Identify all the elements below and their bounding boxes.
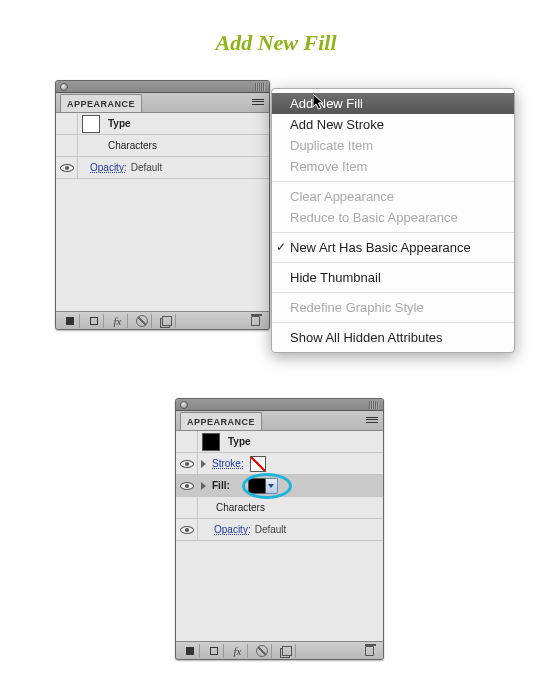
duplicate-icon <box>282 646 292 656</box>
row-characters[interactable]: Characters <box>56 135 269 157</box>
stroke-swatch-none[interactable] <box>250 456 266 472</box>
chevron-right-icon <box>201 460 206 468</box>
clear-icon <box>136 315 148 327</box>
chevron-down-icon <box>268 484 274 488</box>
new-fill-button[interactable] <box>84 314 104 328</box>
row-characters[interactable]: Characters <box>176 497 383 519</box>
panel-tab-bar: APPEARANCE <box>176 411 383 431</box>
visibility-column <box>176 431 198 452</box>
duplicate-item-button[interactable] <box>276 644 296 658</box>
panel-menu-button[interactable] <box>251 96 265 108</box>
row-type[interactable]: Type <box>56 113 269 135</box>
panel-menu-button[interactable] <box>365 414 379 426</box>
row-fill[interactable]: Fill: <box>176 475 383 497</box>
menu-item-hide-thumbnail[interactable]: Hide Thumbnail <box>272 267 514 288</box>
clear-appearance-button[interactable] <box>252 644 272 658</box>
delete-item-button[interactable] <box>245 314 265 328</box>
appearance-panel-before: APPEARANCE Type Characters Opacity: Defa… <box>55 80 270 330</box>
panel-tab-bar: APPEARANCE <box>56 93 269 113</box>
collapse-grip-icon[interactable] <box>255 83 265 91</box>
eye-icon <box>60 164 74 172</box>
menu-item-show-all-hidden-attributes[interactable]: Show All Hidden Attributes <box>272 327 514 348</box>
visibility-toggle[interactable] <box>176 453 198 474</box>
menu-separator <box>272 232 514 233</box>
type-label: Type <box>104 118 131 129</box>
opacity-value: Default <box>127 162 163 173</box>
panel-flyout-menu[interactable]: Add New FillAdd New StrokeDuplicate Item… <box>271 88 515 353</box>
characters-label: Characters <box>212 502 265 513</box>
menu-item-redefine-graphic-style: Redefine Graphic Style <box>272 297 514 318</box>
eye-icon <box>180 482 194 490</box>
panel-footer: fx <box>176 641 383 659</box>
visibility-column <box>56 135 78 156</box>
opacity-link[interactable]: Opacity: <box>86 162 127 173</box>
tab-appearance[interactable]: APPEARANCE <box>60 94 142 112</box>
square-empty-icon <box>210 647 218 655</box>
opacity-link[interactable]: Opacity: <box>210 524 251 535</box>
fill-label: Fill: <box>208 480 230 491</box>
row-type[interactable]: Type <box>176 431 383 453</box>
fx-icon: fx <box>234 645 242 657</box>
collapse-grip-icon[interactable] <box>369 401 379 409</box>
menu-item-remove-item: Remove Item <box>272 156 514 177</box>
panel-footer: fx <box>56 311 269 329</box>
page-title: Add New Fill <box>0 0 552 74</box>
duplicate-icon <box>162 316 172 326</box>
row-opacity[interactable]: Opacity: Default <box>56 157 269 179</box>
row-stroke[interactable]: Stroke: <box>176 453 383 475</box>
panel-titlebar[interactable] <box>176 399 383 411</box>
characters-label: Characters <box>104 140 157 151</box>
duplicate-item-button[interactable] <box>156 314 176 328</box>
visibility-toggle[interactable] <box>176 475 198 496</box>
menu-separator <box>272 262 514 263</box>
trash-icon <box>365 646 374 656</box>
close-icon[interactable] <box>180 401 188 409</box>
type-label: Type <box>224 436 251 447</box>
new-stroke-button[interactable] <box>180 644 200 658</box>
disclosure-toggle[interactable] <box>198 460 208 468</box>
clear-appearance-button[interactable] <box>132 314 152 328</box>
type-thumbnail-swatch <box>202 433 220 451</box>
menu-item-add-new-stroke[interactable]: Add New Stroke <box>272 114 514 135</box>
menu-separator <box>272 322 514 323</box>
menu-separator <box>272 292 514 293</box>
panel-titlebar[interactable] <box>56 81 269 93</box>
opacity-value: Default <box>251 524 287 535</box>
type-thumbnail-swatch <box>82 115 100 133</box>
menu-item-new-art-has-basic-appearance[interactable]: New Art Has Basic Appearance <box>272 237 514 258</box>
chevron-right-icon <box>201 482 206 490</box>
stroke-link[interactable]: Stroke: <box>208 458 244 469</box>
menu-separator <box>272 181 514 182</box>
panel-body: Type Characters Opacity: Default <box>56 113 269 311</box>
new-stroke-button[interactable] <box>60 314 80 328</box>
visibility-column <box>56 113 78 134</box>
delete-item-button[interactable] <box>359 644 379 658</box>
menu-item-add-new-fill[interactable]: Add New Fill <box>272 93 514 114</box>
new-fill-button[interactable] <box>204 644 224 658</box>
square-empty-icon <box>90 317 98 325</box>
tab-appearance[interactable]: APPEARANCE <box>180 412 262 430</box>
fill-color-dropdown[interactable] <box>266 478 278 494</box>
row-opacity[interactable]: Opacity: Default <box>176 519 383 541</box>
square-filled-icon <box>66 317 74 325</box>
eye-icon <box>180 460 194 468</box>
close-icon[interactable] <box>60 83 68 91</box>
square-filled-icon <box>186 647 194 655</box>
appearance-panel-after: APPEARANCE Type Stroke: Fill: <box>175 398 384 660</box>
fx-icon: fx <box>114 315 122 327</box>
visibility-toggle[interactable] <box>56 157 78 178</box>
visibility-column <box>176 497 198 518</box>
clear-icon <box>256 645 268 657</box>
menu-item-reduce-to-basic-appearance: Reduce to Basic Appearance <box>272 207 514 228</box>
disclosure-toggle[interactable] <box>198 482 208 490</box>
eye-icon <box>180 526 194 534</box>
add-effect-button[interactable]: fx <box>108 314 128 328</box>
visibility-toggle[interactable] <box>176 519 198 540</box>
trash-icon <box>251 316 260 326</box>
fill-color-swatch[interactable] <box>248 478 266 494</box>
add-effect-button[interactable]: fx <box>228 644 248 658</box>
menu-item-duplicate-item: Duplicate Item <box>272 135 514 156</box>
menu-item-clear-appearance: Clear Appearance <box>272 186 514 207</box>
panel-body: Type Stroke: Fill: Characters <box>176 431 383 641</box>
